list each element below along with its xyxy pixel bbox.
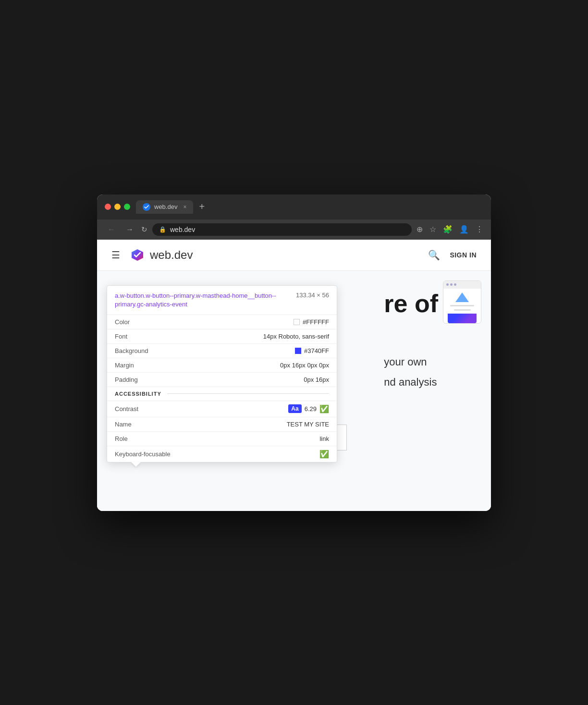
- search-icon[interactable]: 🔍: [428, 249, 440, 261]
- name-label: Name: [115, 421, 132, 428]
- hero-text-sub1: your own: [384, 356, 438, 368]
- keyboard-label: Keyboard-focusable: [115, 450, 171, 458]
- contrast-row: Contrast Aa 6.29 ✅: [107, 401, 337, 417]
- background-value: #3740FF: [295, 347, 329, 354]
- header-right: 🔍 SIGN IN: [428, 249, 477, 261]
- hero-text-large: re of: [384, 290, 438, 317]
- mock-body: [443, 289, 481, 324]
- mock-line-2: [454, 309, 471, 311]
- zoom-icon[interactable]: ⊕: [416, 225, 423, 234]
- contrast-badge: Aa: [288, 404, 301, 413]
- keyboard-value: ✅: [319, 450, 329, 459]
- lock-icon: 🔒: [159, 226, 166, 233]
- element-dimensions: 133.34 × 56: [296, 292, 329, 299]
- page-content: ☰ web.dev: [97, 240, 491, 511]
- sign-in-button[interactable]: SIGN IN: [450, 251, 477, 259]
- role-label: Role: [115, 435, 128, 442]
- margin-label: Margin: [115, 362, 134, 369]
- tab-close-icon[interactable]: ×: [183, 204, 186, 210]
- extensions-icon[interactable]: 🧩: [443, 225, 453, 234]
- margin-value: 0px 16px 0px 0px: [280, 362, 329, 369]
- hamburger-menu-icon[interactable]: ☰: [111, 249, 120, 261]
- inspect-panel: a.w-button.w-button--primary.w-masthead-…: [107, 285, 337, 462]
- reload-button[interactable]: ↻: [141, 225, 147, 234]
- tab-bar: web.dev × +: [136, 200, 483, 214]
- browser-mock-illustration: [443, 280, 481, 324]
- contrast-label: Contrast: [115, 405, 138, 413]
- logo-text: web.dev: [150, 248, 193, 262]
- padding-value: 0px 16px: [304, 376, 329, 383]
- inspect-body: Color #FFFFFF Font 14px Roboto, sans-ser…: [107, 315, 337, 462]
- mock-title-bar: [443, 281, 481, 289]
- mock-dot-3: [454, 283, 456, 286]
- color-value: #FFFFFF: [294, 318, 329, 326]
- blue-swatch: [295, 348, 301, 354]
- font-value: 14px Roboto, sans-serif: [263, 333, 329, 340]
- padding-row: Padding 0px 16px: [107, 373, 337, 387]
- white-swatch: [294, 319, 300, 325]
- fullscreen-button[interactable]: [124, 204, 130, 210]
- section-divider-line: [167, 393, 329, 394]
- font-label: Font: [115, 333, 127, 340]
- url-bar[interactable]: 🔒 web.dev: [152, 223, 412, 236]
- background-label: Background: [115, 347, 148, 354]
- mock-line-1: [450, 305, 474, 306]
- profile-icon[interactable]: 👤: [459, 225, 469, 234]
- close-button[interactable]: [105, 204, 111, 210]
- menu-icon[interactable]: ⋮: [476, 225, 483, 234]
- forward-button[interactable]: →: [123, 224, 136, 235]
- inspect-header: a.w-button.w-button--primary.w-masthead-…: [107, 286, 337, 315]
- minimize-button[interactable]: [114, 204, 121, 210]
- background-row: Background #3740FF: [107, 344, 337, 358]
- role-value: link: [319, 435, 329, 442]
- active-tab[interactable]: web.dev ×: [136, 200, 193, 214]
- url-text: web.dev: [170, 226, 195, 233]
- logo-icon: [130, 247, 145, 263]
- margin-row: Margin 0px 16px 0px 0px: [107, 358, 337, 373]
- mock-dot-1: [446, 283, 449, 286]
- element-selector: a.w-button.w-button--primary.w-masthead-…: [115, 292, 288, 309]
- traffic-lights: [105, 204, 130, 210]
- mock-dot-2: [450, 283, 453, 286]
- color-label: Color: [115, 318, 130, 326]
- color-row: Color #FFFFFF: [107, 315, 337, 329]
- browser-window: web.dev × + ← → ↻ 🔒 web.dev ⊕ ☆ 🧩 👤 ⋮ ☰: [97, 194, 491, 511]
- new-tab-button[interactable]: +: [199, 201, 205, 212]
- address-bar: ← → ↻ 🔒 web.dev ⊕ ☆ 🧩 👤 ⋮: [97, 219, 491, 240]
- name-value: TEST MY SITE: [287, 421, 329, 428]
- contrast-check-icon: ✅: [319, 404, 329, 413]
- keyboard-row: Keyboard-focusable ✅: [107, 446, 337, 462]
- contrast-value: Aa 6.29 ✅: [288, 404, 329, 413]
- name-row: Name TEST MY SITE: [107, 417, 337, 432]
- accessibility-label: ACCESSIBILITY: [115, 391, 161, 397]
- mock-triangle-icon: [455, 292, 469, 302]
- header-left: ☰ web.dev: [111, 247, 193, 263]
- role-row: Role link: [107, 432, 337, 446]
- hero-text-sub2: nd analysis: [384, 376, 438, 389]
- tab-favicon-icon: [143, 203, 150, 211]
- tab-label: web.dev: [154, 203, 177, 210]
- accessibility-section: ACCESSIBILITY: [107, 387, 337, 401]
- logo[interactable]: web.dev: [130, 247, 193, 263]
- hero-area: a.w-button.w-button--primary.w-masthead-…: [97, 271, 491, 511]
- tooltip-arrow: [131, 462, 141, 467]
- bookmark-icon[interactable]: ☆: [429, 225, 436, 234]
- back-button[interactable]: ←: [105, 224, 118, 235]
- padding-label: Padding: [115, 376, 138, 383]
- keyboard-check-icon: ✅: [319, 450, 329, 459]
- title-bar: web.dev × +: [97, 194, 491, 219]
- site-header: ☰ web.dev: [97, 240, 491, 271]
- hero-text-area: re of your own nd analysis: [384, 290, 438, 389]
- font-row: Font 14px Roboto, sans-serif: [107, 329, 337, 344]
- mock-wave: [448, 314, 477, 323]
- address-icons: ⊕ ☆ 🧩 👤 ⋮: [416, 225, 483, 234]
